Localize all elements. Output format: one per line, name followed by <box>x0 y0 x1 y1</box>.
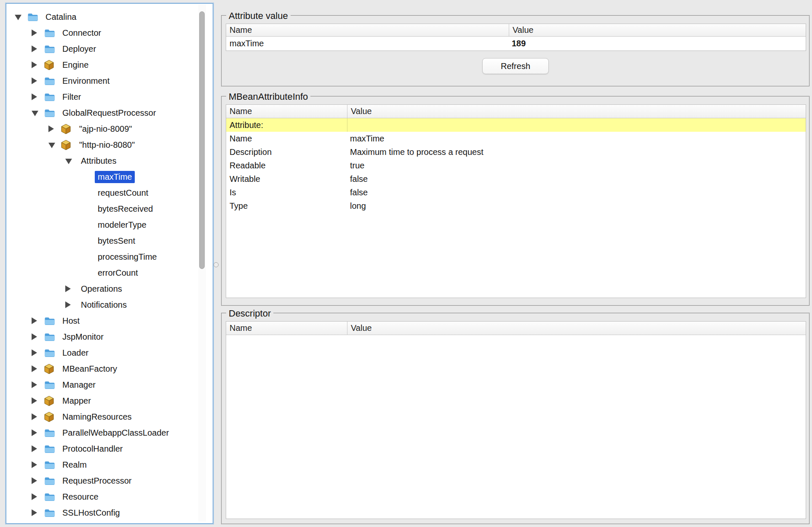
collapsed-arrow-icon[interactable] <box>32 381 44 388</box>
table-row[interactable]: NamemaxTime <box>226 132 806 145</box>
expanded-arrow-icon[interactable] <box>65 157 78 164</box>
table-row[interactable]: Isfalse <box>226 186 806 199</box>
tree-item-bytesreceived[interactable]: bytesReceived <box>6 201 198 217</box>
cell-name: maxTime <box>226 37 509 51</box>
collapsed-arrow-icon[interactable] <box>32 413 44 420</box>
tree-scrollbar-thumb[interactable] <box>199 11 205 269</box>
tree-item-filter[interactable]: Filter <box>6 89 198 105</box>
tree-item-host[interactable]: Host <box>6 313 198 329</box>
tree-item-connector[interactable]: Connector <box>6 25 198 41</box>
splitter-handle[interactable] <box>214 262 219 267</box>
collapsed-arrow-icon[interactable] <box>32 461 44 468</box>
collapsed-arrow-icon[interactable] <box>32 365 44 372</box>
tree-item-realm[interactable]: Realm <box>6 457 198 473</box>
tree-item-deployer[interactable]: Deployer <box>6 41 198 57</box>
collapsed-arrow-icon[interactable] <box>32 45 44 52</box>
tree-item-processingtime[interactable]: processingTime <box>6 249 198 265</box>
tree-item-requestcount[interactable]: requestCount <box>6 185 198 201</box>
descriptor-table: NameValue <box>226 321 806 519</box>
mbean-icon <box>44 412 59 422</box>
tree-item-requestprocessor[interactable]: RequestProcessor <box>6 473 198 489</box>
tree-item-label: Connector <box>59 27 104 39</box>
tree-item-manager[interactable]: Manager <box>6 377 198 393</box>
tree-item-parallelwebappclassloader[interactable]: ParallelWebappClassLoader <box>6 425 198 441</box>
table-row[interactable]: DescriptionMaximum time to process a req… <box>226 145 806 159</box>
column-header-value[interactable]: Value <box>509 24 806 36</box>
expanded-arrow-icon[interactable] <box>15 13 27 20</box>
tree-item-label: Catalina <box>43 11 79 23</box>
collapsed-arrow-icon[interactable] <box>65 285 78 292</box>
jconsole-mbeans-panel: CatalinaConnectorDeployerEngineEnvironme… <box>0 0 812 527</box>
tree-item-mapper[interactable]: Mapper <box>6 393 198 409</box>
tree-item-label: bytesSent <box>95 235 138 247</box>
tree-item-resource[interactable]: Resource <box>6 489 198 505</box>
folder-icon <box>44 349 59 357</box>
collapsed-arrow-icon[interactable] <box>32 509 44 516</box>
tree-item-environment[interactable]: Environment <box>6 73 198 89</box>
tree-item-sslhostconfig[interactable]: SSLHostConfig <box>6 505 198 521</box>
tree-item-label: requestCount <box>95 187 151 199</box>
table-header-row: NameValue <box>226 105 806 118</box>
tree-item-modelertype[interactable]: modelerType <box>6 217 198 233</box>
collapsed-arrow-icon[interactable] <box>32 397 44 404</box>
collapsed-arrow-icon[interactable] <box>32 477 44 484</box>
collapsed-arrow-icon[interactable] <box>32 429 44 436</box>
tree-scrollbar[interactable] <box>198 5 206 522</box>
tree-item-namingresources[interactable]: NamingResources <box>6 409 198 425</box>
collapsed-arrow-icon[interactable] <box>32 333 44 340</box>
table-header-row: NameValue <box>226 24 806 37</box>
tree-item-bytessent[interactable]: bytesSent <box>6 233 198 249</box>
refresh-button[interactable]: Refresh <box>482 58 549 74</box>
cell-value: false <box>347 186 806 199</box>
tree-item-globalrequestprocessor[interactable]: GlobalRequestProcessor <box>6 105 198 121</box>
collapsed-arrow-icon[interactable] <box>32 77 44 84</box>
tree-item-notifications[interactable]: Notifications <box>6 297 198 313</box>
collapsed-arrow-icon[interactable] <box>32 61 44 68</box>
tree-item-label: Environment <box>59 75 112 87</box>
column-header-name[interactable]: Name <box>226 322 347 335</box>
table-row[interactable]: Typelong <box>226 199 806 213</box>
tree-item-errorcount[interactable]: errorCount <box>6 265 198 281</box>
tree-item-loader[interactable]: Loader <box>6 345 198 361</box>
table-row[interactable]: Readabletrue <box>226 159 806 172</box>
column-header-value[interactable]: Value <box>347 105 806 118</box>
column-header-name[interactable]: Name <box>226 24 509 36</box>
column-header-value[interactable]: Value <box>347 322 806 335</box>
tree-item-protocolhandler[interactable]: ProtocolHandler <box>6 441 198 457</box>
tree-item-attributes[interactable]: Attributes <box>6 153 198 169</box>
cell-name: Attribute: <box>226 118 347 132</box>
table-body <box>226 335 806 519</box>
mbean-icon <box>44 364 59 374</box>
cell-name: Description <box>226 145 347 159</box>
tree-item-label: maxTime <box>95 171 135 183</box>
collapsed-arrow-icon[interactable] <box>32 317 44 324</box>
tree-item-engine[interactable]: Engine <box>6 57 198 73</box>
tree-item-jspmonitor[interactable]: JspMonitor <box>6 329 198 345</box>
table-row[interactable]: Writablefalse <box>226 172 806 186</box>
tree-item-label: Notifications <box>78 299 130 311</box>
collapsed-arrow-icon[interactable] <box>32 349 44 356</box>
tree-item-catalina[interactable]: Catalina <box>6 9 198 25</box>
tree-item-mbeanfactory[interactable]: MBeanFactory <box>6 361 198 377</box>
tree-item-ajp-nio-8009[interactable]: "ajp-nio-8009" <box>6 121 198 137</box>
collapsed-arrow-icon[interactable] <box>65 301 78 308</box>
tree-item-label: SSLHostConfig <box>59 507 123 519</box>
collapsed-arrow-icon[interactable] <box>32 29 44 36</box>
collapsed-arrow-icon[interactable] <box>32 93 44 100</box>
cell-value: maxTime <box>347 132 806 145</box>
tree-item-label: "ajp-nio-8009" <box>76 123 135 135</box>
expanded-arrow-icon[interactable] <box>32 109 44 116</box>
expanded-arrow-icon[interactable] <box>48 141 61 148</box>
collapsed-arrow-icon[interactable] <box>32 445 44 452</box>
tree-item-maxtime[interactable]: maxTime <box>6 169 198 185</box>
collapsed-arrow-icon[interactable] <box>48 125 61 132</box>
tree-item-label: Operations <box>78 283 125 295</box>
tree-item-operations[interactable]: Operations <box>6 281 198 297</box>
column-header-name[interactable]: Name <box>226 105 347 118</box>
tree-item-label: Engine <box>59 59 91 71</box>
mbean-tree-panel: CatalinaConnectorDeployerEngineEnvironme… <box>6 3 213 524</box>
table-row[interactable]: maxTime189 <box>226 37 806 51</box>
collapsed-arrow-icon[interactable] <box>32 493 44 500</box>
table-row[interactable]: Attribute: <box>226 118 806 132</box>
tree-item-http-nio-8080[interactable]: "http-nio-8080" <box>6 137 198 153</box>
